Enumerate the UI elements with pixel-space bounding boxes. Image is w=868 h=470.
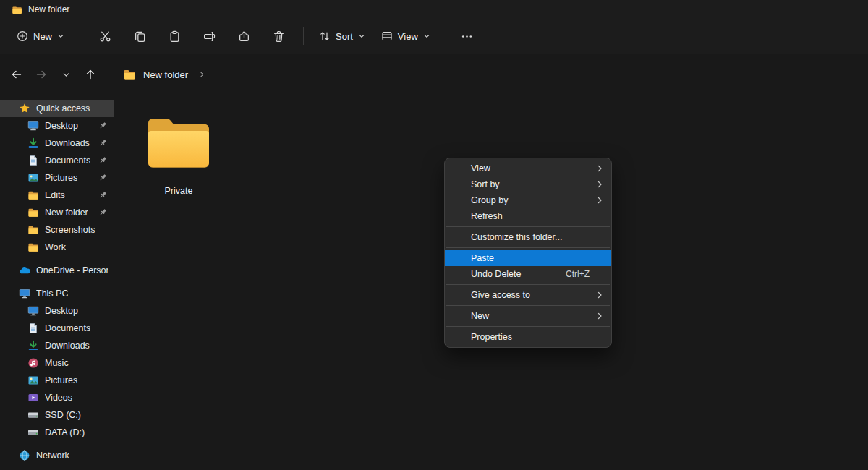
menu-item-group-by[interactable]: Group by xyxy=(445,192,611,208)
menu-item-paste[interactable]: Paste xyxy=(445,250,611,266)
menu-item-sort-by[interactable]: Sort by xyxy=(445,176,611,192)
up-arrow-icon xyxy=(85,69,96,80)
pin-icon xyxy=(98,190,108,200)
sidebar-item-label: Desktop xyxy=(45,121,78,131)
sidebar-item-downloads[interactable]: Downloads xyxy=(0,134,114,152)
chevron-right-icon xyxy=(595,291,604,299)
toolbar-separator xyxy=(303,27,304,45)
folder-icon xyxy=(144,115,213,171)
menu-item-customize-this-folder[interactable]: Customize this folder... xyxy=(445,229,611,245)
share-button[interactable] xyxy=(229,24,258,48)
folder-icon xyxy=(123,68,136,81)
sidebar-item-screenshots[interactable]: Screenshots xyxy=(0,221,114,239)
paste-button[interactable] xyxy=(160,24,189,48)
sidebar-item-documents[interactable]: Documents xyxy=(0,320,114,337)
sidebar-item-label: Edits xyxy=(45,190,65,200)
content-area: Quick accessDesktopDownloadsDocumentsPic… xyxy=(0,95,868,470)
chevron-right-icon xyxy=(595,164,604,173)
sidebar-item-data-d[interactable]: DATA (D:) xyxy=(0,424,114,441)
command-bar: New Sort View xyxy=(0,19,868,54)
menu-item-new[interactable]: New xyxy=(445,308,611,324)
network-icon xyxy=(19,450,30,461)
trash-icon xyxy=(273,30,285,43)
sort-button[interactable]: Sort xyxy=(311,25,373,47)
back-button[interactable] xyxy=(6,64,27,85)
more-options-button[interactable] xyxy=(453,24,482,48)
menu-item-refresh[interactable]: Refresh xyxy=(445,208,611,224)
sidebar-item-downloads[interactable]: Downloads xyxy=(0,337,114,354)
sidebar-item-label: Documents xyxy=(45,155,90,166)
cut-button[interactable] xyxy=(90,24,119,48)
breadcrumb-item[interactable]: New folder xyxy=(143,69,188,80)
sidebar-item-network[interactable]: Network xyxy=(0,447,114,464)
sidebar: Quick accessDesktopDownloadsDocumentsPic… xyxy=(0,95,114,470)
documents-icon xyxy=(27,322,39,334)
new-button-label: New xyxy=(33,31,52,42)
music-icon xyxy=(27,357,39,369)
downloads-icon xyxy=(27,137,39,149)
menu-item-label: Customize this folder... xyxy=(471,232,562,242)
sidebar-item-desktop[interactable]: Desktop xyxy=(0,117,114,134)
ellipsis-icon xyxy=(461,30,473,43)
desktop-icon xyxy=(27,120,39,132)
sidebar-item-videos[interactable]: Videos xyxy=(0,389,114,406)
sidebar-item-pictures[interactable]: Pictures xyxy=(0,169,114,187)
rename-button[interactable] xyxy=(195,24,224,48)
folder-icon xyxy=(27,189,39,201)
menu-item-view[interactable]: View xyxy=(445,161,611,176)
forward-button[interactable] xyxy=(30,64,52,85)
sidebar-item-work[interactable]: Work xyxy=(0,239,114,256)
plus-circle-icon xyxy=(17,30,28,42)
sidebar-item-documents[interactable]: Documents xyxy=(0,152,114,169)
sidebar-item-this-pc[interactable]: This PC xyxy=(0,285,114,302)
menu-item-label: Properties xyxy=(471,332,512,342)
sidebar-item-music[interactable]: Music xyxy=(0,354,114,372)
sidebar-item-label: Screenshots xyxy=(45,225,95,235)
back-arrow-icon xyxy=(11,69,22,80)
file-item-private[interactable]: Private xyxy=(137,115,221,196)
new-button[interactable]: New xyxy=(9,25,72,47)
menu-divider xyxy=(446,226,610,227)
sidebar-item-label: Desktop xyxy=(45,306,78,316)
sidebar-item-pictures[interactable]: Pictures xyxy=(0,372,114,389)
sidebar-section: Quick accessDesktopDownloadsDocumentsPic… xyxy=(0,100,114,256)
recent-locations-button[interactable] xyxy=(55,64,77,85)
sidebar-item-quick-access[interactable]: Quick access xyxy=(0,100,114,117)
sidebar-item-new-folder[interactable]: New folder xyxy=(0,204,114,221)
up-button[interactable] xyxy=(80,64,101,85)
menu-item-properties[interactable]: Properties xyxy=(445,329,611,345)
chevron-right-icon xyxy=(595,196,604,205)
sort-button-label: Sort xyxy=(336,31,353,42)
menu-item-shortcut: Ctrl+Z xyxy=(566,269,590,279)
breadcrumb[interactable]: New folder xyxy=(117,64,211,85)
sidebar-item-onedrive-personal[interactable]: OneDrive - Personal xyxy=(0,262,114,279)
menu-item-label: Undo Delete xyxy=(471,269,522,279)
file-explorer-window: New folder New Sort xyxy=(0,0,868,470)
share-icon xyxy=(238,30,250,43)
sidebar-item-label: Network xyxy=(36,450,69,461)
sidebar-item-ssd-c[interactable]: SSD (C:) xyxy=(0,406,114,424)
folder-icon xyxy=(27,224,39,236)
sidebar-section: OneDrive - Personal xyxy=(0,262,114,279)
chevron-right-icon xyxy=(595,180,604,189)
documents-icon xyxy=(27,155,39,166)
sidebar-item-label: New folder xyxy=(45,208,88,218)
onedrive-icon xyxy=(19,265,30,276)
view-button[interactable]: View xyxy=(373,25,438,47)
sidebar-item-desktop[interactable]: Desktop xyxy=(0,302,114,320)
paste-icon xyxy=(169,30,181,43)
desktop-icon xyxy=(27,305,39,317)
pin-icon xyxy=(98,173,108,183)
menu-item-undo-delete[interactable]: Undo DeleteCtrl+Z xyxy=(445,266,611,282)
sidebar-item-label: Pictures xyxy=(45,173,77,183)
menu-item-give-access-to[interactable]: Give access to xyxy=(445,287,611,303)
menu-item-label: Refresh xyxy=(471,211,503,221)
copy-button[interactable] xyxy=(125,24,154,48)
sidebar-item-edits[interactable]: Edits xyxy=(0,187,114,204)
videos-icon xyxy=(27,392,39,403)
delete-button[interactable] xyxy=(264,24,293,48)
sidebar-item-label: Downloads xyxy=(45,138,90,148)
sidebar-item-label: Quick access xyxy=(36,103,90,114)
chevron-right-icon xyxy=(595,312,604,320)
pin-icon xyxy=(98,208,108,218)
